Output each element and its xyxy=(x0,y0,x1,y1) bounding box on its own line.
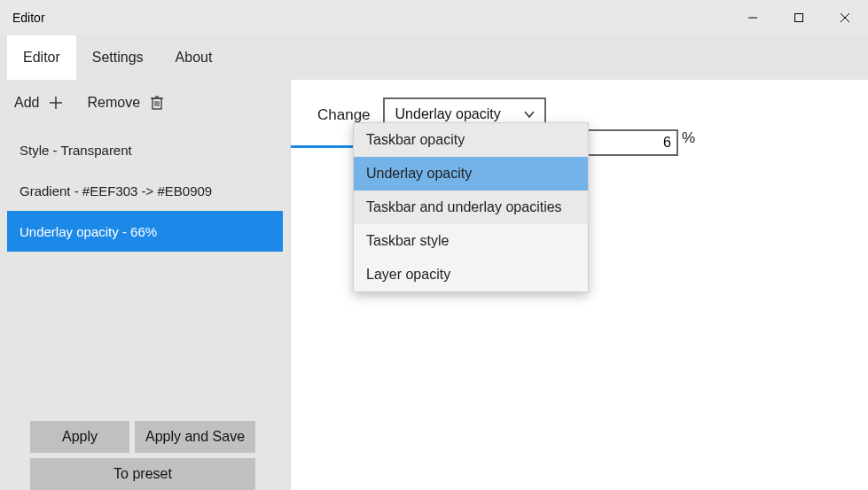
button-label: Apply and Save xyxy=(145,429,245,445)
dropdown-item-label: Taskbar and underlay opacities xyxy=(366,199,562,215)
close-icon xyxy=(840,12,850,23)
minimize-button[interactable] xyxy=(730,0,776,35)
button-label: Apply xyxy=(62,429,98,445)
add-label: Add xyxy=(14,95,39,111)
dropdown-item-label: Taskbar opacity xyxy=(366,132,465,148)
svg-rect-1 xyxy=(795,14,803,22)
list-item-label: Style - Transparent xyxy=(20,143,132,158)
value-input[interactable]: 6 xyxy=(583,129,678,156)
list-item[interactable]: Underlay opacity - 66% xyxy=(7,211,283,252)
sidebar-buttons: Apply Apply and Save To preset xyxy=(0,414,290,490)
percent-label: % xyxy=(682,129,695,147)
remove-label: Remove xyxy=(87,95,140,111)
tab-about[interactable]: About xyxy=(160,35,229,80)
to-preset-button[interactable]: To preset xyxy=(30,458,255,490)
accent-underline xyxy=(291,145,356,148)
change-label: Change xyxy=(317,105,371,124)
value-text: 6 xyxy=(663,135,671,151)
list-item[interactable]: Gradient - #EEF303 -> #EB0909 xyxy=(7,170,283,211)
trash-icon xyxy=(149,94,165,112)
dropdown-item-label: Underlay opacity xyxy=(366,166,472,182)
tab-strip: Editor Settings About xyxy=(0,35,868,80)
close-button[interactable] xyxy=(822,0,868,35)
window-controls xyxy=(730,0,868,35)
sidebar: Add Remove Style - Transparent Gradient … xyxy=(0,80,291,490)
tab-label: Editor xyxy=(23,50,60,66)
list-item-label: Underlay opacity - 66% xyxy=(20,224,157,239)
tab-label: Settings xyxy=(92,50,144,66)
main-area: Add Remove Style - Transparent Gradient … xyxy=(0,80,868,490)
dropdown-item[interactable]: Taskbar and underlay opacities xyxy=(354,191,588,224)
chevron-down-icon xyxy=(523,108,536,121)
titlebar: Editor xyxy=(0,0,868,35)
minimize-icon xyxy=(747,12,758,23)
tab-editor[interactable]: Editor xyxy=(7,35,76,80)
apply-button[interactable]: Apply xyxy=(30,421,129,453)
apply-save-button[interactable]: Apply and Save xyxy=(135,421,255,453)
content-area: Change Underlay opacity 6 % Taskbar opac… xyxy=(291,80,868,490)
tab-settings[interactable]: Settings xyxy=(76,35,160,80)
add-button[interactable]: Add xyxy=(14,95,64,111)
maximize-icon xyxy=(794,12,804,23)
dropdown-item[interactable]: Underlay opacity xyxy=(354,157,588,191)
maximize-button[interactable] xyxy=(776,0,822,35)
dropdown-popup: Taskbar opacity Underlay opacity Taskbar… xyxy=(353,122,589,292)
button-label: To preset xyxy=(113,466,172,482)
sidebar-toolbar: Add Remove xyxy=(0,80,290,126)
select-value: Underlay opacity xyxy=(395,106,501,122)
remove-button[interactable]: Remove xyxy=(87,94,165,112)
dropdown-item[interactable]: Taskbar opacity xyxy=(354,123,588,157)
sidebar-list: Style - Transparent Gradient - #EEF303 -… xyxy=(0,126,290,414)
list-item[interactable]: Style - Transparent xyxy=(7,129,283,170)
dropdown-item[interactable]: Taskbar style xyxy=(354,224,588,258)
dropdown-item-label: Taskbar style xyxy=(366,233,449,249)
tab-label: About xyxy=(176,50,213,66)
list-item-label: Gradient - #EEF303 -> #EB0909 xyxy=(20,183,212,198)
dropdown-item[interactable]: Layer opacity xyxy=(354,258,588,292)
plus-icon xyxy=(48,95,64,111)
window-title: Editor xyxy=(12,11,45,25)
dropdown-item-label: Layer opacity xyxy=(366,267,450,283)
